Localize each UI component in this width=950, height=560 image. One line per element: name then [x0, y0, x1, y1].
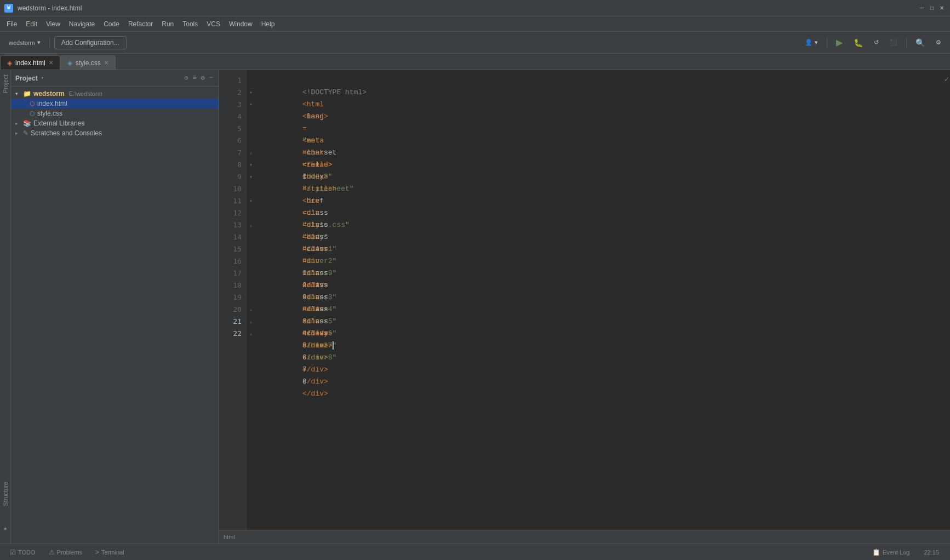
tab-terminal[interactable]: > Terminal	[90, 546, 130, 558]
menu-refactor[interactable]: Refactor	[124, 18, 157, 30]
tab-terminal-label: Terminal	[101, 549, 124, 556]
fold-16	[247, 255, 255, 267]
minimize-button[interactable]: ─	[918, 4, 926, 12]
tree-label-style-css: style.css	[37, 110, 62, 117]
problems-icon: ⚠	[49, 548, 55, 556]
code-tag-html-open: <html	[302, 100, 324, 108]
tree-item-style-css[interactable]: ⬡ style.css	[11, 108, 219, 118]
fold-2[interactable]: ▾	[247, 87, 255, 99]
panel-dropdown-icon[interactable]: ▾	[41, 75, 44, 81]
menu-tools[interactable]: Tools	[178, 18, 202, 30]
menu-view[interactable]: View	[42, 18, 65, 30]
fold-15	[247, 243, 255, 255]
line-num-22: 22	[219, 328, 246, 340]
fold-11[interactable]: ▾	[247, 195, 255, 207]
tab-style-css[interactable]: ◈ style.css ✕	[60, 55, 116, 70]
tab-index-html[interactable]: ◈ index.html ✕	[0, 55, 60, 70]
menu-code[interactable]: Code	[99, 18, 124, 30]
tree-item-index-html[interactable]: ⬡ index.html	[11, 99, 219, 108]
html-file-icon: ◈	[7, 59, 12, 67]
line-num-1: 1	[219, 75, 246, 87]
main-content: Project Structure ★ Project ▾ ⊙ ≡ ⚙ − ▾	[0, 70, 950, 544]
code-line-11[interactable]: <div class = "inner2" > 2	[255, 195, 942, 207]
tab-todo[interactable]: ☑ TODO	[4, 546, 41, 558]
code-line-9[interactable]: <div class = "body" >	[255, 171, 942, 183]
menu-file[interactable]: File	[2, 18, 21, 30]
file-type-bar: html	[219, 530, 950, 544]
tab-close-index-html[interactable]: ✕	[49, 60, 53, 66]
maximize-button[interactable]: □	[928, 4, 936, 12]
window-controls[interactable]: ─ □ ✕	[918, 4, 946, 12]
project-vertical-tab[interactable]: Project	[1, 70, 10, 98]
code-line-12[interactable]: <div class = "inner9" > 9 </div>	[255, 207, 942, 219]
code-line-6[interactable]: <title> Index </title>	[255, 135, 942, 147]
code-editor[interactable]: <!DOCTYPE html> <html lang = "en" > <hea…	[255, 70, 942, 530]
tab-style-css-label: style.css	[76, 59, 101, 67]
panel-title: Project	[15, 75, 38, 82]
code-tag-div-inner8-gt: >	[302, 365, 307, 374]
panel-settings-icon[interactable]: ⚙	[200, 73, 206, 83]
fold-1[interactable]	[247, 75, 255, 87]
menu-run[interactable]: Run	[157, 18, 178, 30]
code-line-13[interactable]: </div>	[255, 219, 942, 231]
user-icon-button[interactable]: 👤 ▾	[800, 37, 822, 48]
panel-close-icon[interactable]: −	[208, 73, 214, 83]
vertical-tabs-left: Project Structure ★	[0, 70, 11, 544]
code-line-18[interactable]: <div class = "inner7" > 7 </div>	[255, 279, 942, 292]
code-line-22[interactable]: </html>	[255, 328, 942, 340]
menu-window[interactable]: Window	[225, 18, 257, 30]
cursor	[333, 341, 334, 350]
menu-vcs[interactable]: VCS	[202, 18, 225, 30]
toolbar-separator-2	[827, 37, 827, 48]
tab-event-log[interactable]: 📋 Event Log	[867, 546, 915, 558]
fold-17	[247, 267, 255, 279]
code-line-10[interactable]: <div class = "inner1" > 1 </div>	[255, 183, 942, 195]
panel-collapse-icon[interactable]: ≡	[191, 73, 197, 83]
fold-8[interactable]: ▾	[247, 159, 255, 171]
tab-problems[interactable]: ⚠ Problems	[43, 546, 88, 558]
code-line-4[interactable]: <meta charset = "UTF-8" >	[255, 111, 942, 123]
add-configuration-button[interactable]: Add Configuration...	[54, 36, 127, 49]
tree-label-index-html: index.html	[37, 100, 67, 107]
code-line-21[interactable]: </body>	[255, 316, 942, 328]
code-line-17[interactable]: <div class = "inner6" > 6 </div>	[255, 267, 942, 279]
validation-check-icon: ✓	[945, 75, 949, 84]
code-line-5[interactable]: <link rel = "stylesheet" href = "style.c…	[255, 123, 942, 135]
rerun-button[interactable]: ↺	[869, 37, 883, 48]
code-line-7[interactable]: </head>	[255, 147, 942, 159]
code-line-15[interactable]: <div class = "inner4" > 4 </div>	[255, 243, 942, 255]
tree-item-external-libraries[interactable]: ▸ 📚 External Libraries	[11, 118, 219, 128]
structure-vertical-tab[interactable]: Structure	[1, 477, 10, 511]
run-button[interactable]: ▶	[832, 35, 847, 50]
panel-title-area: Project ▾	[15, 75, 44, 82]
search-everywhere-button[interactable]: 🔍	[911, 36, 929, 49]
menu-navigate[interactable]: Navigate	[65, 18, 99, 30]
tab-problems-label: Problems	[57, 549, 82, 556]
code-line-8[interactable]: <body>	[255, 159, 942, 171]
settings-button[interactable]: ⚙	[931, 37, 946, 48]
code-line-14[interactable]: <div class = "inner3" > 3 </div>	[255, 231, 942, 243]
debug-button[interactable]: 🐛	[849, 36, 867, 49]
fold-9[interactable]: ▾	[247, 171, 255, 183]
fold-3[interactable]: ▾	[247, 99, 255, 111]
line-num-3: 3	[219, 99, 246, 111]
menu-help[interactable]: Help	[257, 18, 279, 30]
code-line-3[interactable]: <head>	[255, 99, 942, 111]
fold-18	[247, 279, 255, 292]
project-dropdown[interactable]: wedstorm ▾	[4, 37, 45, 48]
tree-item-wedstorm[interactable]: ▾ 📁 wedstorm E:\wedstorm	[11, 89, 219, 99]
tab-close-style-css[interactable]: ✕	[104, 60, 108, 66]
close-button[interactable]: ✕	[938, 4, 946, 12]
panel-icons: ⊙ ≡ ⚙ −	[183, 73, 214, 83]
panel-locate-icon[interactable]: ⊙	[183, 73, 189, 83]
menu-edit[interactable]: Edit	[21, 18, 42, 30]
tree-item-scratches[interactable]: ▸ ✎ Scratches and Consoles	[11, 128, 219, 138]
code-text-8: 8	[302, 378, 307, 386]
favorites-icon[interactable]: ★	[3, 524, 7, 533]
code-line-1[interactable]: <!DOCTYPE html>	[255, 75, 942, 87]
code-line-19[interactable]: <div class = "inner8" > 8 </div>	[255, 292, 942, 304]
stop-button[interactable]: ⬛	[885, 37, 902, 48]
code-line-16[interactable]: <div class = "inner5" > 5 </div>	[255, 255, 942, 267]
code-line-20[interactable]: </div>	[255, 304, 942, 316]
arrow-external-libraries: ▸	[15, 121, 21, 126]
